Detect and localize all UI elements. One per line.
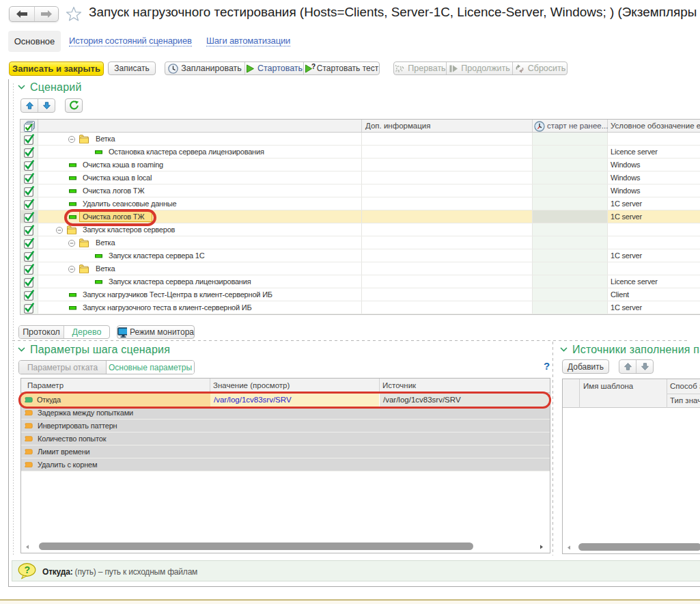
svg-text:?: ? bbox=[311, 64, 316, 70]
svg-text:?: ? bbox=[25, 564, 31, 575]
